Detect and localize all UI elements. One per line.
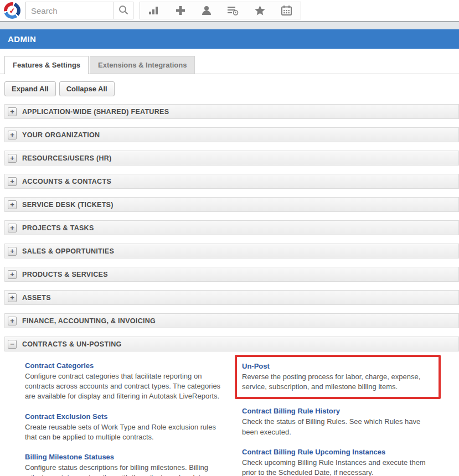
global-search bbox=[25, 2, 133, 19]
tab-extensions-and-integrations[interactable]: Extensions & Integrations bbox=[90, 56, 195, 74]
admin-feature-item: Contract Billing Rule Upcoming Instances… bbox=[242, 447, 459, 476]
expand-toggle-icon[interactable]: + bbox=[8, 131, 17, 139]
admin-tabstrip: Features & Settings Extensions & Integra… bbox=[0, 56, 459, 74]
expand-toggle-icon[interactable]: + bbox=[8, 317, 17, 325]
expand-toggle-icon[interactable]: + bbox=[8, 107, 17, 116]
section-header[interactable]: + FINANCE, ACCOUNTING, & INVOICING bbox=[4, 313, 459, 328]
expand-toggle-icon[interactable]: + bbox=[8, 270, 17, 279]
section-header[interactable]: + PRODUCTS & SERVICES bbox=[4, 267, 459, 282]
top-navigation-bar bbox=[0, 0, 459, 21]
section-header[interactable]: + APPLICATION-WIDE (SHARED) FEATURES bbox=[4, 104, 459, 119]
section-label: SALES & OPPORTUNITIES bbox=[22, 247, 114, 255]
expand-toggle-icon[interactable]: + bbox=[8, 247, 17, 256]
section-header[interactable]: + SALES & OPPORTUNITIES bbox=[4, 244, 459, 258]
expand-toggle-icon[interactable]: + bbox=[8, 177, 17, 186]
tab-features-and-settings[interactable]: Features & Settings bbox=[4, 56, 89, 74]
section-label: FINANCE, ACCOUNTING, & INVOICING bbox=[22, 317, 156, 325]
autotask-logo-icon[interactable] bbox=[4, 2, 20, 19]
section-label: CONTRACTS & UN-POSTING bbox=[22, 340, 122, 348]
feature-description: Check the status of Billing Rules. See w… bbox=[242, 417, 437, 437]
calendar-icon[interactable] bbox=[281, 5, 292, 16]
feature-description: Create reusable sets of Work Type and Ro… bbox=[25, 422, 224, 442]
sections-list: + APPLICATION-WIDE (SHARED) FEATURES + Y… bbox=[0, 104, 459, 351]
section-label: ACCOUNTS & CONTACTS bbox=[22, 178, 111, 185]
feature-link[interactable]: Contract Billing Rule History bbox=[242, 407, 340, 415]
feature-description: Reverse the posting process for labor, c… bbox=[242, 372, 434, 392]
admin-feature-item: Billing Milestone Statuses Configure sta… bbox=[25, 452, 242, 476]
feature-link[interactable]: Billing Milestone Statuses bbox=[25, 453, 114, 461]
expand-toggle-icon[interactable]: − bbox=[8, 340, 17, 349]
collapse-all-button[interactable]: Collapse All bbox=[59, 81, 115, 96]
contracts-unposting-panel: Contract Categories Configure contract c… bbox=[25, 360, 459, 476]
section-label: PRODUCTS & SERVICES bbox=[22, 271, 108, 278]
accordion-toolbar: Expand All Collapse All bbox=[4, 81, 459, 96]
section-header[interactable]: + SERVICE DESK (TICKETS) bbox=[4, 197, 459, 212]
section-label: RESOURCES/USERS (HR) bbox=[22, 154, 112, 162]
panel-left-column: Contract Categories Configure contract c… bbox=[25, 360, 242, 476]
expand-toggle-icon[interactable]: + bbox=[8, 224, 17, 232]
feature-link[interactable]: Contract Billing Rule Upcoming Instances bbox=[242, 448, 385, 456]
star-icon[interactable] bbox=[254, 5, 266, 16]
feature-description: Configure contract categories that facil… bbox=[25, 371, 224, 402]
admin-feature-item: Contract Billing Rule History Check the … bbox=[242, 406, 459, 437]
feature-link[interactable]: Contract Categories bbox=[25, 361, 94, 370]
search-icon bbox=[118, 4, 129, 17]
person-icon[interactable] bbox=[201, 5, 212, 16]
page-header: ADMIN bbox=[0, 29, 459, 49]
admin-feature-item: Contract Exclusion Sets Create reusable … bbox=[25, 411, 242, 442]
section-label: ASSETS bbox=[22, 294, 51, 302]
expand-toggle-icon[interactable]: + bbox=[8, 154, 17, 163]
section-header[interactable]: + YOUR ORGANIZATION bbox=[4, 127, 459, 142]
bar-chart-icon[interactable] bbox=[148, 5, 160, 16]
feature-link[interactable]: Un-Post bbox=[242, 362, 270, 370]
topbar-spacer-strip bbox=[0, 22, 459, 29]
expand-toggle-icon[interactable]: + bbox=[8, 293, 17, 302]
feature-description: Configure status descriptions for billin… bbox=[25, 463, 224, 476]
page-title: ADMIN bbox=[8, 34, 36, 44]
admin-feature-item: Contract Categories Configure contract c… bbox=[25, 360, 242, 402]
section-header[interactable]: + RESOURCES/USERS (HR) bbox=[4, 151, 459, 165]
section-label: SERVICE DESK (TICKETS) bbox=[22, 201, 114, 209]
admin-feature-item: Un-Post Reverse the posting process for … bbox=[242, 361, 434, 392]
section-label: APPLICATION-WIDE (SHARED) FEATURES bbox=[22, 108, 169, 116]
section-label: PROJECTS & TASKS bbox=[22, 224, 94, 232]
section-header[interactable]: − CONTRACTS & UN-POSTING bbox=[4, 337, 459, 351]
panel-right-column: Un-Post Reverse the posting process for … bbox=[242, 360, 459, 476]
plus-icon[interactable] bbox=[175, 5, 186, 16]
section-header[interactable]: + ACCOUNTS & CONTACTS bbox=[4, 174, 459, 189]
section-label: YOUR ORGANIZATION bbox=[22, 131, 100, 139]
search-input[interactable] bbox=[26, 2, 114, 19]
feature-description: Check upcoming Billing Rule Instances an… bbox=[242, 458, 437, 476]
list-clock-icon[interactable] bbox=[227, 5, 239, 16]
highlight-annotation-box: Un-Post Reverse the posting process for … bbox=[235, 355, 441, 399]
expand-all-button[interactable]: Expand All bbox=[4, 81, 56, 96]
search-button[interactable] bbox=[114, 2, 133, 19]
section-header[interactable]: + PROJECTS & TASKS bbox=[4, 220, 459, 235]
feature-link[interactable]: Contract Exclusion Sets bbox=[25, 412, 108, 421]
quick-launch-icon-group bbox=[140, 2, 301, 19]
expand-toggle-icon[interactable]: + bbox=[8, 200, 17, 209]
section-header[interactable]: + ASSETS bbox=[4, 290, 459, 305]
